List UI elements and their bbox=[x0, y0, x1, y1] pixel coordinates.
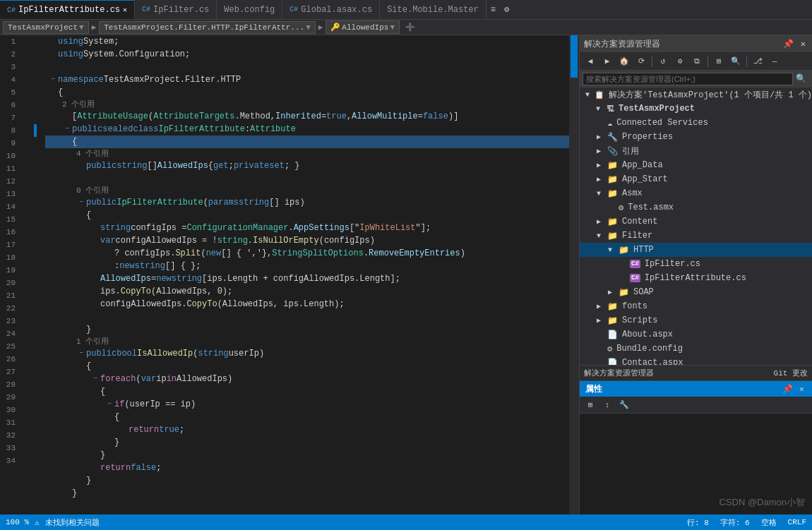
token: string bbox=[100, 222, 131, 234]
breadcrumb-filter[interactable]: TestAsmxProject.Filter.HTTP.IpFilterAttr… bbox=[99, 21, 315, 34]
token: } bbox=[114, 436, 119, 449]
tree-item-ipfilter-cs[interactable]: C#IpFilter.cs bbox=[580, 257, 812, 271]
token: . bbox=[288, 222, 293, 234]
prop-pin-btn[interactable]: 📌 bbox=[780, 383, 795, 395]
collapse-btn[interactable]: — bbox=[767, 54, 782, 68]
breadcrumb-project[interactable]: TestAsmxProject ▼ bbox=[3, 21, 89, 34]
tab-webconfig[interactable]: Web.config bbox=[217, 0, 282, 19]
prop-close-btn[interactable]: ✕ bbox=[797, 383, 806, 395]
line-number-34: 34 bbox=[0, 454, 21, 467]
code-line-20 bbox=[45, 311, 569, 323]
token: bool bbox=[117, 347, 137, 360]
tree-item-properties[interactable]: ▶🔧Properties bbox=[580, 130, 812, 144]
settings-btn[interactable]: ⚙ bbox=[500, 4, 513, 15]
sync-btn[interactable]: ⟳ bbox=[633, 54, 649, 68]
indicator-21 bbox=[28, 289, 42, 302]
tree-item-content[interactable]: ▶📁Content bbox=[580, 215, 812, 229]
close-panel-btn[interactable]: ✕ bbox=[799, 38, 808, 50]
breadcrumb-bar: TestAsmxProject ▼ ▶ TestAsmxProject.Filt… bbox=[0, 20, 812, 35]
fold-btn-7[interactable]: − bbox=[62, 124, 72, 134]
code-line-22: −public bool IsAllowedIp(string userIp) bbox=[45, 347, 569, 360]
forward-btn[interactable]: ▶ bbox=[599, 54, 615, 68]
line-number-10: 10 bbox=[0, 150, 21, 162]
prop-help-btn[interactable]: 🔧 bbox=[616, 398, 632, 412]
tree-item-connected-services[interactable]: ☁Connected Services bbox=[580, 116, 812, 130]
back-btn[interactable]: ◀ bbox=[583, 54, 598, 68]
tab-sitemobile[interactable]: Site.Mobile.Master bbox=[380, 0, 486, 19]
token: ; } bbox=[285, 159, 300, 172]
tree-item-http[interactable]: ▼📁HTTP bbox=[580, 243, 812, 257]
tree-item-ipfilterattribute-cs[interactable]: C#IpFilterAttribute.cs bbox=[580, 271, 812, 285]
tree-item-app-start[interactable]: ▶📁App_Start bbox=[580, 172, 812, 186]
indicator-2 bbox=[28, 48, 42, 61]
scroll-thumb[interactable] bbox=[571, 35, 578, 78]
search-input[interactable] bbox=[583, 73, 793, 85]
filter-btn[interactable]: ⊞ bbox=[711, 54, 727, 68]
indicator-29 bbox=[28, 391, 42, 404]
search-all-btn[interactable]: 🔍 bbox=[728, 54, 744, 68]
tree-item-references[interactable]: ▶📎引用 bbox=[580, 144, 812, 158]
copy-btn[interactable]: ⧉ bbox=[689, 54, 705, 68]
panel-header: 解决方案资源管理器 📌 ✕ bbox=[580, 35, 812, 52]
dropdown-arrow: ▼ bbox=[390, 23, 395, 32]
git-btn[interactable]: ⎇ bbox=[750, 54, 765, 68]
token: params bbox=[208, 196, 239, 209]
git-changes-label[interactable]: Git 更改 bbox=[774, 368, 808, 378]
line-number-27: 27 bbox=[0, 366, 21, 378]
ref-hint-22: 1 个引用 bbox=[45, 336, 569, 347]
token: AllowedIps) bbox=[177, 373, 232, 385]
tree-item-about-aspx[interactable]: 📄About.aspx bbox=[580, 327, 812, 342]
indicator-12 bbox=[28, 175, 42, 188]
token: ; bbox=[156, 462, 161, 474]
tree-item-test-asmx[interactable]: ⚙Test.asmx bbox=[580, 200, 812, 215]
tree-item-soap[interactable]: ▶📁SOAP bbox=[580, 285, 812, 299]
pin-btn[interactable]: 📌 bbox=[781, 38, 796, 50]
tab-close-btn[interactable]: ✕ bbox=[123, 6, 127, 14]
dropdown-arrow: ▼ bbox=[79, 23, 84, 32]
tab-overflow-btn[interactable]: ≡ bbox=[486, 5, 500, 15]
tree-item-scripts[interactable]: ▶📁Scripts bbox=[580, 313, 812, 327]
scrollbar[interactable] bbox=[569, 35, 579, 514]
solution-toolbar: ◀ ▶ 🏠 ⟳ ↺ ⚙ ⧉ ⊞ 🔍 ⎇ — bbox=[580, 52, 812, 71]
tree-item-fonts[interactable]: ▶📁fonts bbox=[580, 299, 812, 313]
breadcrumb-member[interactable]: 🔑 AllowedIps ▼ bbox=[326, 20, 400, 34]
fold-btn-22[interactable]: − bbox=[76, 349, 86, 359]
tree-solution-root[interactable]: ▼📋解决方案'TestAsmxProject'(1 个项目/共 1 个) bbox=[580, 88, 812, 102]
tree-item-asmx[interactable]: ▼📁Asmx bbox=[580, 186, 812, 200]
tab-ipfilterattribute[interactable]: C# IpFilterAttribute.cs ✕ bbox=[0, 0, 135, 19]
tab-globalasax[interactable]: C# Global.asax.cs bbox=[282, 0, 380, 19]
line-number-29: 29 bbox=[0, 391, 21, 404]
code-content[interactable]: using System;using System.Configuration;… bbox=[42, 35, 569, 514]
add-btn[interactable]: ➕ bbox=[402, 23, 418, 32]
token: IpWhiteList bbox=[359, 222, 415, 234]
refresh-btn[interactable]: ↺ bbox=[655, 54, 671, 68]
ref-hint-6: 2 个引用 bbox=[45, 99, 569, 110]
fold-btn-11[interactable]: − bbox=[76, 198, 86, 207]
token: ? configIps. bbox=[114, 247, 175, 260]
tree-item-app-data[interactable]: ▶📁App_Data bbox=[580, 158, 812, 172]
token: { bbox=[72, 135, 77, 148]
line-number-14: 14 bbox=[0, 200, 21, 213]
prop-sort-btn[interactable]: ↕ bbox=[599, 398, 615, 412]
tree-item-filter[interactable]: ▼📁Filter bbox=[580, 229, 812, 243]
line-number-11: 11 bbox=[0, 162, 21, 175]
prop-grid-btn[interactable]: ⊞ bbox=[583, 398, 598, 412]
tab-ipfilter[interactable]: C# IpFilter.cs bbox=[135, 0, 217, 19]
tree-item-contact-aspx[interactable]: 📄Contact.aspx bbox=[580, 356, 812, 365]
tree-item-bundle-config[interactable]: ⚙Bundle.config bbox=[580, 342, 812, 356]
solution-explorer-label[interactable]: 解决方案资源管理器 bbox=[584, 368, 654, 378]
fold-btn-26[interactable]: − bbox=[105, 399, 114, 409]
token: string bbox=[217, 234, 248, 247]
home-btn[interactable]: 🏠 bbox=[616, 54, 632, 68]
fold-btn-4[interactable]: − bbox=[48, 75, 58, 85]
search-icon[interactable]: 🔍 bbox=[793, 73, 809, 84]
tree-project[interactable]: ▼🏗TestAsmxProject bbox=[580, 102, 812, 116]
indicator-20 bbox=[28, 277, 42, 289]
token: TestAsmxProject.Filter.HTTP bbox=[104, 73, 241, 86]
separator2 bbox=[707, 56, 708, 67]
token: { bbox=[208, 159, 213, 172]
token: false bbox=[423, 110, 448, 123]
tab-label: Global.asax.cs bbox=[301, 5, 372, 15]
fold-btn-24[interactable]: − bbox=[90, 374, 100, 384]
settings2-btn[interactable]: ⚙ bbox=[672, 54, 688, 68]
